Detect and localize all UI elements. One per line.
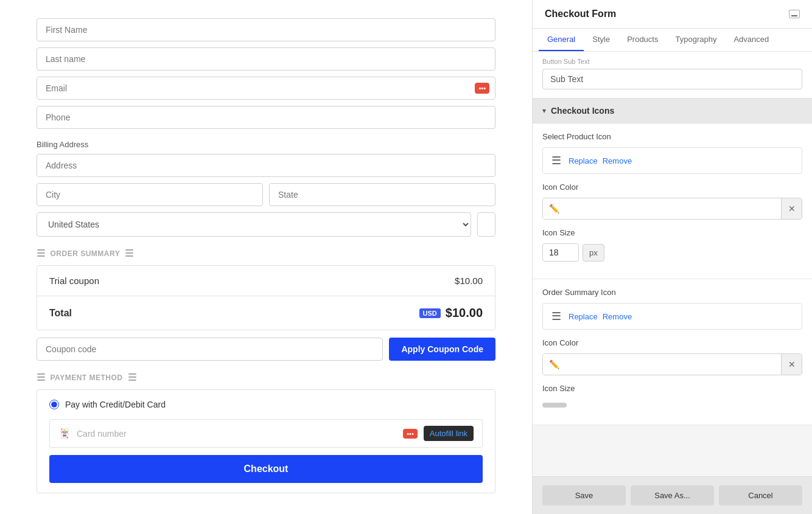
subtext-section-label: Button Sub Text (542, 58, 802, 65)
autofill-link[interactable]: link (455, 429, 467, 438)
order-summary-icon-preview: ☰ Replace Remove (542, 303, 802, 330)
last-name-input[interactable] (37, 47, 495, 71)
total-label: Total (49, 308, 72, 319)
order-icon-replace-link[interactable]: Replace (569, 312, 598, 321)
panel-footer: Save Save As... Cancel (533, 476, 812, 514)
product-icon-label: Select Product Icon (542, 132, 802, 141)
first-name-input[interactable] (37, 18, 495, 41)
coupon-input[interactable] (37, 338, 383, 361)
tab-general[interactable]: General (539, 29, 584, 51)
order-summary-left-icon: ☰ (37, 248, 46, 259)
address-input[interactable] (37, 154, 495, 177)
email-wrapper: ••• (37, 77, 495, 100)
pen-icon-2: ✏️ (549, 359, 559, 369)
order-summary-box: Trial coupon $10.00 Total USD $10.00 (37, 265, 495, 330)
subtext-section: Button Sub Text (533, 52, 812, 99)
subtext-input[interactable] (542, 69, 802, 89)
order-summary-label: ORDER SUMMARY (51, 249, 121, 258)
state-input[interactable] (269, 183, 495, 206)
card-icon: 🃏 (58, 428, 71, 439)
product-icon-size-row: px (542, 243, 802, 262)
coupon-item-amount: $10.00 (455, 276, 483, 286)
total-value: $10.00 (446, 306, 483, 320)
panel-title: Checkout Form (545, 9, 616, 19)
order-icon-size-label: Icon Size (542, 384, 802, 393)
order-summary-right-icon: ☰ (125, 248, 134, 259)
product-color-swatch: ✏️ (543, 198, 781, 219)
product-icon-size-input[interactable] (542, 243, 579, 262)
pay-credit-option[interactable]: Pay with Credit/Debit Card (49, 400, 483, 409)
save-as-button[interactable]: Save As... (631, 485, 714, 505)
chevron-down-icon: ▾ (542, 106, 546, 115)
product-icon-color-picker[interactable]: ✏️ ✕ (542, 198, 802, 220)
product-icon-replace-link[interactable]: Replace (569, 156, 598, 165)
autofill-button[interactable]: Autofill link (424, 426, 474, 441)
order-color-swatch: ✏️ (543, 354, 781, 375)
payment-left-icon: ☰ (37, 372, 46, 383)
checkout-icons-accordion[interactable]: ▾ Checkout Icons (533, 99, 812, 123)
order-summary-header: ☰ ORDER SUMMARY ☰ (37, 248, 495, 259)
cancel-button[interactable]: Cancel (719, 485, 802, 505)
country-zip-row: United States (37, 212, 495, 237)
total-amount: USD $10.00 (419, 306, 483, 320)
pen-icon: ✏️ (549, 204, 559, 214)
order-icon-color-label: Icon Color (542, 338, 802, 347)
checkout-button[interactable]: Checkout (49, 455, 483, 483)
product-icon-preview: ☰ Replace Remove (542, 147, 802, 174)
tab-advanced[interactable]: Advanced (725, 29, 777, 51)
order-icon-size-row (542, 399, 802, 408)
city-input[interactable] (37, 183, 263, 206)
tab-typography[interactable]: Typography (667, 29, 725, 51)
order-icon-size-slider[interactable] (542, 403, 567, 408)
payment-right-icon: ☰ (128, 372, 137, 383)
payment-method-label: PAYMENT METHOD (51, 373, 123, 382)
apply-coupon-button[interactable]: Apply Coupon Code (389, 338, 495, 361)
tab-style[interactable]: Style (584, 29, 618, 51)
total-row: Total USD $10.00 (37, 296, 495, 330)
city-state-row (37, 183, 495, 206)
save-button[interactable]: Save (542, 485, 626, 505)
tab-products[interactable]: Products (618, 29, 667, 51)
zip-input[interactable] (477, 212, 495, 237)
tabs-row: General Style Products Typography Advanc… (533, 29, 812, 52)
pay-credit-radio[interactable] (49, 400, 59, 409)
email-input[interactable] (37, 77, 495, 100)
order-summary-list-icon: ☰ (551, 310, 561, 323)
email-badge: ••• (475, 83, 489, 94)
product-icon-size-label: Icon Size (542, 228, 802, 237)
payment-box: Pay with Credit/Debit Card 🃏 Card number… (37, 389, 495, 493)
order-summary-icon-label: Order Summary Icon (542, 288, 802, 297)
panel-header: Checkout Form (533, 0, 812, 29)
payment-method-header: ☰ PAYMENT METHOD ☰ (37, 372, 495, 383)
product-icon-size-unit: px (583, 244, 604, 262)
dots-badge: ••• (403, 429, 418, 439)
product-list-icon: ☰ (551, 154, 561, 167)
product-icon-section: Select Product Icon ☰ Replace Remove Ico… (533, 123, 812, 279)
card-number-row: 🃏 Card number ••• Autofill link (49, 419, 483, 448)
right-panel: Checkout Form General Style Products Typ… (532, 0, 812, 514)
minimize-button[interactable] (789, 10, 800, 18)
order-summary-icon-section: Order Summary Icon ☰ Replace Remove Icon… (533, 279, 812, 425)
coupon-item-label: Trial coupon (49, 276, 99, 286)
country-select[interactable]: United States (37, 212, 471, 237)
card-number-text: Card number (77, 429, 397, 439)
product-icon-remove-link[interactable]: Remove (603, 156, 632, 165)
order-icon-color-picker[interactable]: ✏️ ✕ (542, 353, 802, 375)
order-summary-icon-actions: Replace Remove (569, 312, 632, 321)
order-color-clear-button[interactable]: ✕ (781, 354, 802, 375)
phone-input[interactable] (37, 106, 495, 129)
usd-badge: USD (419, 308, 441, 318)
coupon-row: Apply Coupon Code (37, 338, 495, 361)
checkout-icons-label: Checkout Icons (551, 106, 614, 116)
product-color-clear-button[interactable]: ✕ (781, 198, 802, 219)
minimize-icon (791, 15, 797, 16)
pay-credit-label: Pay with Credit/Debit Card (65, 400, 166, 409)
coupon-item-row: Trial coupon $10.00 (37, 266, 495, 296)
autofill-label: Autofill (430, 429, 453, 438)
panel-content: Button Sub Text ▾ Checkout Icons Select … (533, 52, 812, 476)
checkout-form-preview: ••• Billing Address United States ☰ ORDE… (0, 0, 532, 514)
order-icon-remove-link[interactable]: Remove (603, 312, 632, 321)
product-icon-color-label: Icon Color (542, 182, 802, 192)
billing-address-label: Billing Address (37, 140, 495, 149)
product-icon-actions: Replace Remove (569, 156, 632, 165)
